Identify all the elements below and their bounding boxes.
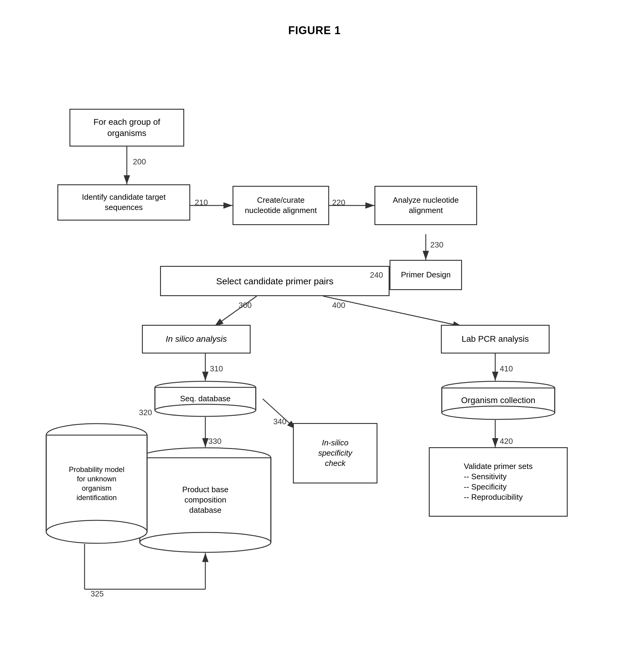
label-220: 220 — [332, 198, 345, 207]
label-230: 230 — [430, 240, 443, 249]
page-title: FIGURE 1 — [0, 0, 629, 37]
validate-primer-box: Validate primer sets -- Sensitivity -- S… — [429, 447, 568, 517]
label-420: 420 — [500, 437, 513, 446]
in-silico-analysis-box: In silico analysis — [142, 325, 251, 354]
analyze-nucleotide-box: Analyze nucleotide alignment — [374, 186, 477, 225]
primer-design-box: Primer Design — [389, 260, 462, 290]
label-330: 330 — [208, 437, 221, 446]
identify-candidate-box: Identify candidate target sequences — [57, 184, 190, 221]
probability-model-cylinder: Probability model for unknown organism i… — [45, 423, 148, 544]
label-310: 310 — [210, 364, 223, 374]
seq-database-cylinder: Seq. database — [154, 381, 257, 417]
create-curate-box: Create/curate nucleotide alignment — [232, 186, 329, 225]
label-320: 320 — [139, 408, 152, 417]
svg-point-31 — [46, 520, 147, 543]
label-400: 400 — [332, 301, 345, 310]
label-300: 300 — [238, 301, 252, 310]
label-240: 240 — [370, 270, 383, 280]
for-each-group-box: For each group of organisms — [70, 109, 184, 147]
label-410: 410 — [500, 364, 513, 374]
lab-pcr-box: Lab PCR analysis — [441, 325, 550, 354]
organism-collection-cylinder: Organism collection — [441, 381, 556, 420]
select-candidate-box: Select candidate primer pairs — [160, 266, 389, 296]
label-210: 210 — [195, 198, 208, 207]
label-200: 200 — [133, 157, 146, 167]
product-base-cylinder: Product base composition database — [139, 447, 272, 553]
in-silico-specificity-box: In-silico specificity check — [293, 423, 377, 483]
svg-point-26 — [140, 532, 271, 552]
label-340: 340 — [273, 417, 286, 426]
label-325: 325 — [91, 589, 104, 599]
